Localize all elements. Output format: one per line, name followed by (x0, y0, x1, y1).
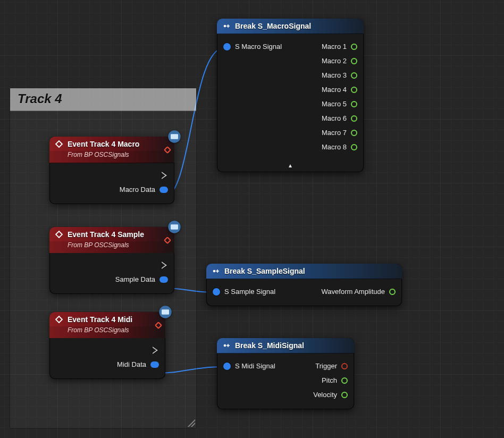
pin-label: Macro 1 (322, 43, 347, 50)
break-node-macro[interactable]: Break S_MacroSignal S Macro Signal Macro… (217, 19, 364, 172)
float-output-pin[interactable] (351, 87, 357, 93)
break-node-midi[interactable]: Break S_MidiSignal S Midi Signal Trigger… (217, 338, 354, 409)
node-title: Event Track 4 Midi (68, 315, 132, 324)
node-header[interactable]: Event Track 4 Midi (49, 312, 165, 327)
breakpoint-badge[interactable] (167, 220, 182, 234)
exec-output-pin[interactable] (162, 262, 168, 269)
pin-label: Pitch (322, 376, 337, 384)
float-output-pin[interactable] (351, 144, 357, 150)
break-node-sample[interactable]: Break S_SampleSignal S Sample Signal Wav… (206, 264, 402, 306)
pin-label: Macro Data (120, 186, 155, 193)
chevron-up-icon[interactable]: ▴ (217, 162, 364, 172)
struct-input-pin[interactable] (223, 43, 231, 50)
node-title: Break S_MidiSignal (235, 341, 304, 350)
node-header[interactable]: Event Track 4 Macro (49, 137, 174, 152)
svg-rect-5 (162, 309, 169, 314)
struct-output-pin[interactable] (159, 187, 168, 193)
float-output-pin[interactable] (389, 289, 396, 295)
comment-title[interactable]: Track 4 (10, 88, 196, 111)
break-struct-icon (222, 341, 231, 350)
pin-label: S Macro Signal (235, 43, 282, 50)
pin-label: Macro 6 (322, 114, 347, 122)
svg-point-8 (224, 344, 226, 347)
event-node-macro[interactable]: Event Track 4 Macro From BP OSCSignals M… (49, 137, 174, 204)
pin-label: Macro 7 (322, 129, 347, 137)
node-title: Event Track 4 Macro (68, 140, 139, 148)
struct-input-pin[interactable] (213, 288, 220, 296)
struct-input-pin[interactable] (223, 363, 231, 370)
exec-output-pin[interactable] (162, 172, 168, 179)
node-title: Break S_SampleSignal (224, 267, 305, 275)
pin-label: Macro 3 (322, 71, 347, 79)
svg-point-7 (213, 270, 216, 273)
node-subtitle: From BP OSCSignals (49, 151, 174, 163)
exec-output-pin[interactable] (153, 347, 159, 354)
break-struct-icon (212, 267, 220, 275)
node-header[interactable]: Event Track 4 Sample (49, 227, 174, 242)
node-header[interactable]: Break S_MacroSignal (217, 19, 364, 34)
pin-label: Macro 4 (322, 86, 347, 94)
node-subtitle: From BP OSCSignals (49, 326, 165, 338)
pin-label: Macro 2 (322, 57, 347, 65)
node-title: Event Track 4 Sample (68, 230, 144, 239)
svg-rect-3 (171, 224, 178, 229)
node-title: Break S_MacroSignal (235, 22, 311, 30)
node-header[interactable]: Break S_SampleSignal (206, 264, 402, 279)
node-header[interactable]: Break S_MidiSignal (217, 338, 354, 353)
breakpoint-badge[interactable] (158, 305, 173, 319)
float-output-pin[interactable] (351, 44, 357, 50)
struct-output-pin[interactable] (159, 276, 168, 283)
pin-label: Waveform Amplitude (322, 288, 385, 296)
pin-label: Midi Data (117, 360, 146, 368)
event-icon (55, 140, 63, 148)
event-node-sample[interactable]: Event Track 4 Sample From BP OSCSignals … (49, 227, 174, 294)
breakpoint-badge[interactable] (167, 129, 182, 144)
event-icon (55, 315, 63, 324)
struct-output-pin[interactable] (150, 361, 159, 368)
svg-point-6 (224, 25, 226, 28)
break-struct-icon (222, 22, 231, 30)
float-output-pin[interactable] (351, 101, 357, 107)
event-node-midi[interactable]: Event Track 4 Midi From BP OSCSignals Mi… (49, 312, 165, 379)
float-output-pin[interactable] (341, 377, 348, 384)
float-output-pin[interactable] (351, 115, 357, 122)
pin-label: S Midi Signal (235, 362, 275, 370)
bool-output-pin[interactable] (341, 363, 348, 369)
svg-rect-1 (171, 134, 178, 139)
float-output-pin[interactable] (341, 392, 348, 398)
pin-label: Macro 8 (322, 143, 347, 151)
float-output-pin[interactable] (351, 130, 357, 136)
event-icon (55, 230, 63, 239)
float-output-pin[interactable] (351, 58, 357, 64)
pin-label: Velocity (313, 391, 337, 399)
float-output-pin[interactable] (351, 72, 357, 79)
pin-label: Macro 5 (322, 100, 347, 108)
resize-handle-icon[interactable] (188, 419, 195, 427)
node-subtitle: From BP OSCSignals (49, 241, 174, 253)
pin-label: Trigger (315, 362, 337, 370)
pin-label: S Sample Signal (224, 288, 275, 296)
pin-label: Sample Data (115, 275, 155, 283)
